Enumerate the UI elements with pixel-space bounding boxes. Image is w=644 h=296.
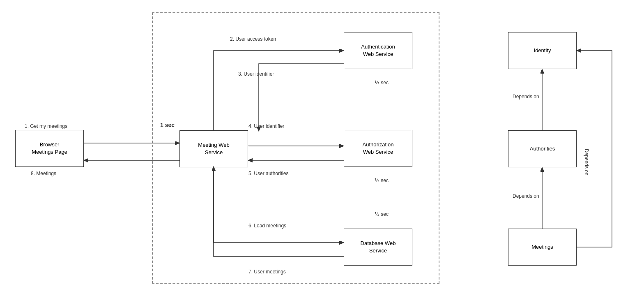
- timing-auth: ⅓ sec: [375, 80, 389, 86]
- meeting-label: Meeting Web Service: [198, 141, 229, 156]
- label-user-authorities: 5. User authorities: [248, 171, 288, 176]
- identity-label: Identity: [534, 47, 551, 54]
- meetings-dep-label: Meetings: [531, 243, 553, 251]
- timing-1sec: 1 sec: [160, 122, 175, 128]
- label-user-identifier-authz: 4. User identifier: [248, 123, 284, 129]
- timing-db: ⅓ sec: [375, 211, 389, 217]
- diagram-container: Browser Meetings Page Meeting Web Servic…: [0, 0, 644, 296]
- timing-authz: ⅓ sec: [375, 178, 389, 183]
- depends-authorities-meetings: Depends on: [513, 193, 539, 199]
- auth-web-service-box: Authentication Web Service: [344, 32, 412, 69]
- auth-label: Authentication Web Service: [361, 43, 395, 58]
- database-label: Database Web Service: [361, 240, 396, 254]
- label-meetings-response: 8. Meetings: [31, 171, 56, 176]
- label-user-meetings: 7. User meetings: [248, 269, 286, 275]
- database-web-service-box: Database Web Service: [344, 229, 412, 266]
- label-user-access-token: 2. User access token: [230, 36, 276, 42]
- browser-meetings-page-box: Browser Meetings Page: [15, 130, 84, 167]
- depends-meetings-identity: Depends on: [584, 149, 589, 176]
- authorization-label: Authorization Web Service: [363, 141, 394, 156]
- meetings-dep-box: Meetings: [508, 229, 577, 266]
- label-get-meetings: 1. Get my meetings: [25, 123, 67, 129]
- authorization-web-service-box: Authorization Web Service: [344, 130, 412, 167]
- label-user-identifier-auth: 3. User identifier: [238, 71, 274, 77]
- depends-identity-authorities: Depends on: [513, 94, 539, 99]
- identity-box: Identity: [508, 32, 577, 69]
- browser-label: Browser Meetings Page: [32, 141, 67, 156]
- authorities-label: Authorities: [530, 145, 555, 153]
- label-load-meetings: 6. Load meetings: [248, 223, 286, 229]
- meeting-web-service-box: Meeting Web Service: [179, 130, 248, 167]
- authorities-box: Authorities: [508, 130, 577, 167]
